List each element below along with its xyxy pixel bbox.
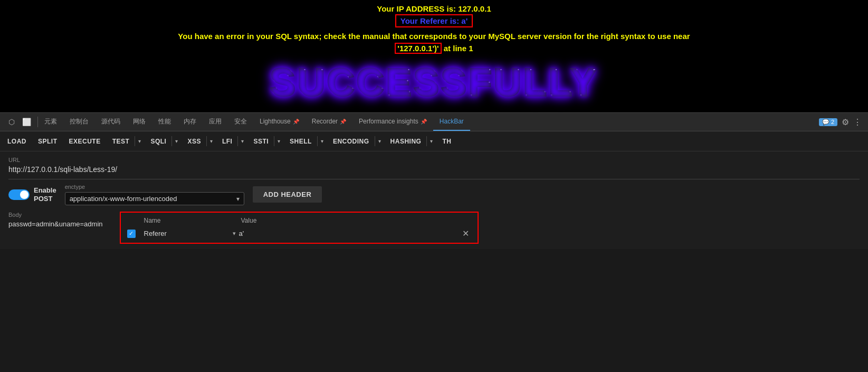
tab-hackbar[interactable]: HackBar xyxy=(433,113,470,131)
success-banner: SUCCESSFULLY xyxy=(0,59,868,106)
enctype-select[interactable]: application/x-www-form-urlencoded ▾ xyxy=(65,192,244,205)
table-row: ✓ Referer ▾ a' ✕ xyxy=(127,228,471,239)
sql-highlight: '127.0.0.1')' xyxy=(395,43,441,54)
devtools-tabs: 元素 控制台 源代码 网络 性能 内存 应用 安全 Lighthouse 📌 R… xyxy=(38,113,815,131)
load-button[interactable]: LOAD xyxy=(2,136,32,147)
tab-memory[interactable]: 内存 xyxy=(177,113,203,131)
referer-box: Your Referer is: a' xyxy=(395,14,473,27)
cursor-icon[interactable]: ⬡ xyxy=(6,117,17,127)
hashing-chevron[interactable]: ▾ xyxy=(426,136,436,146)
referer-value-chevron[interactable]: ▾ xyxy=(233,230,236,237)
tab-network[interactable]: 网络 xyxy=(127,113,152,131)
hashing-dropdown: HASHING ▾ xyxy=(385,136,436,147)
pin-icon-recorder: 📌 xyxy=(340,119,346,125)
referer-checkbox[interactable]: ✓ xyxy=(127,230,136,238)
toggle-area: EnablePOST xyxy=(8,186,56,203)
split-button[interactable]: SPLIT xyxy=(33,136,63,147)
comment-icon: 💬 xyxy=(822,119,829,126)
ssti-dropdown: SSTI ▾ xyxy=(248,136,283,147)
webpage-area: Your IP ADDRESS is: 127.0.0.1 Your Refer… xyxy=(0,0,868,112)
shell-chevron[interactable]: ▾ xyxy=(317,136,327,146)
sqli-chevron[interactable]: ▾ xyxy=(171,136,181,146)
th-button[interactable]: TH xyxy=(437,136,456,147)
hackbar-content: URL http://127.0.0.1/sqli-labs/Less-19/ … xyxy=(0,151,868,249)
enctype-area: enctype application/x-www-form-urlencode… xyxy=(65,184,244,205)
ssti-button[interactable]: SSTI xyxy=(248,136,274,147)
url-label: URL xyxy=(8,157,860,163)
referer-name-cell[interactable]: Referer xyxy=(144,230,233,237)
xss-dropdown: XSS ▾ xyxy=(182,136,216,147)
comment-count: 2 xyxy=(831,119,834,125)
lfi-button[interactable]: LFI xyxy=(217,136,238,147)
enable-post-label: EnablePOST xyxy=(34,186,56,203)
body-value[interactable]: passwd=admin&uname=admin xyxy=(8,220,103,228)
comment-badge[interactable]: 💬 2 xyxy=(819,118,837,126)
toggle-knob xyxy=(20,190,28,199)
pin-icon: 📌 xyxy=(293,119,299,125)
enctype-label: enctype xyxy=(65,184,244,190)
url-value[interactable]: http://127.0.0.1/sqli-labs/Less-19/ xyxy=(8,164,860,175)
url-section: URL http://127.0.0.1/sqli-labs/Less-19/ xyxy=(8,157,860,175)
name-column-header: Name xyxy=(127,217,233,224)
tab-application[interactable]: 应用 xyxy=(203,113,228,131)
sqli-dropdown: SQLI ▾ xyxy=(145,136,181,147)
encoding-dropdown: ENCODING ▾ xyxy=(328,136,384,147)
tab-elements[interactable]: 元素 xyxy=(38,113,63,131)
post-section: EnablePOST enctype application/x-www-for… xyxy=(8,184,860,205)
body-section: Body passwd=admin&uname=admin Name Value… xyxy=(8,212,860,244)
toolbar-icons: ⬡ ⬜ xyxy=(2,117,38,127)
referer-value[interactable]: a' xyxy=(239,230,244,237)
device-icon[interactable]: ⬜ xyxy=(20,117,33,127)
tab-performance-insights[interactable]: Performance insights 📌 xyxy=(352,113,433,131)
body-left: Body passwd=admin&uname=admin xyxy=(8,212,103,228)
tab-lighthouse[interactable]: Lighthouse 📌 xyxy=(253,113,306,131)
body-label: Body xyxy=(8,212,103,218)
devtools-toolbar: ⬡ ⬜ 元素 控制台 源代码 网络 性能 内存 应用 安全 Lighthouse… xyxy=(0,112,868,131)
add-header-button[interactable]: ADD HEADER xyxy=(253,186,322,203)
tab-sources[interactable]: 源代码 xyxy=(95,113,127,131)
lfi-chevron[interactable]: ▾ xyxy=(237,136,247,146)
shell-button[interactable]: SHELL xyxy=(284,136,317,147)
table-header-row: Name Value xyxy=(127,217,471,224)
tab-performance[interactable]: 性能 xyxy=(152,113,177,131)
execute-button[interactable]: EXECUTE xyxy=(64,136,106,147)
referer-value-cell: ▾ a' xyxy=(233,230,460,237)
sql-error: You have an error in your SQL syntax; ch… xyxy=(118,31,751,54)
ip-text: Your IP ADDRESS is: 127.0.0.1 xyxy=(0,4,868,13)
encoding-button[interactable]: ENCODING xyxy=(328,136,375,147)
toolbar-right: 💬 2 ⚙ ⋮ xyxy=(815,117,866,127)
enctype-chevron-icon: ▾ xyxy=(236,195,240,203)
test-dropdown: TEST ▾ xyxy=(107,136,145,147)
sqli-button[interactable]: SQLI xyxy=(145,136,171,147)
tab-recorder[interactable]: Recorder 📌 xyxy=(306,113,352,131)
row-checkbox-cell: ✓ xyxy=(127,230,144,238)
lfi-dropdown: LFI ▾ xyxy=(217,136,247,147)
tab-security[interactable]: 安全 xyxy=(228,113,253,131)
hashing-button[interactable]: HASHING xyxy=(385,136,427,147)
encoding-chevron[interactable]: ▾ xyxy=(375,136,384,146)
xss-chevron[interactable]: ▾ xyxy=(206,136,216,146)
ssti-chevron[interactable]: ▾ xyxy=(274,136,283,146)
test-chevron[interactable]: ▾ xyxy=(135,136,144,146)
xss-button[interactable]: XSS xyxy=(182,136,206,147)
hackbar-toolbar: LOAD SPLIT EXECUTE TEST ▾ SQLI ▾ XSS ▾ L… xyxy=(0,131,868,151)
settings-icon[interactable]: ⚙ xyxy=(842,117,849,127)
tab-console[interactable]: 控制台 xyxy=(63,113,95,131)
test-button[interactable]: TEST xyxy=(107,136,135,147)
shell-dropdown: SHELL ▾ xyxy=(284,136,327,147)
close-row-button[interactable]: ✕ xyxy=(460,228,471,239)
enctype-value: application/x-www-form-urlencoded xyxy=(70,195,236,203)
url-divider xyxy=(8,179,860,179)
enable-post-toggle[interactable] xyxy=(8,189,30,200)
header-table: Name Value ✓ Referer ▾ a' ✕ xyxy=(120,212,479,244)
more-icon[interactable]: ⋮ xyxy=(853,117,862,127)
value-column-header: Value xyxy=(233,217,471,224)
pin-icon-perf: 📌 xyxy=(421,119,427,125)
